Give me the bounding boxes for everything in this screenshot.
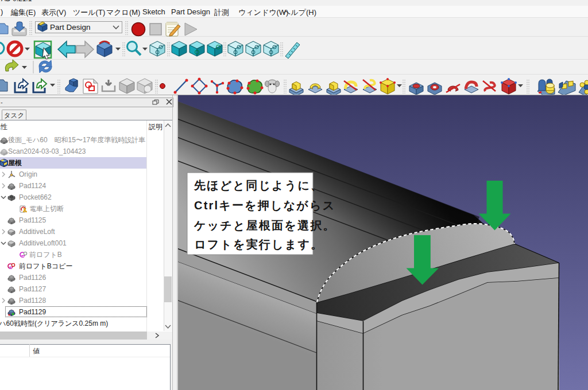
svg-text:ケッチと屋根面を選択。: ケッチと屋根面を選択。: [194, 219, 336, 232]
svg-text:Ctrlキーを押しながらス: Ctrlキーを押しながらス: [194, 199, 335, 212]
svg-text:Part Design: Part Design: [50, 23, 91, 32]
svg-text:先ほどと同じように、: 先ほどと同じように、: [194, 179, 323, 192]
svg-text:ロフトを実行します。: ロフトを実行します。: [194, 238, 323, 251]
